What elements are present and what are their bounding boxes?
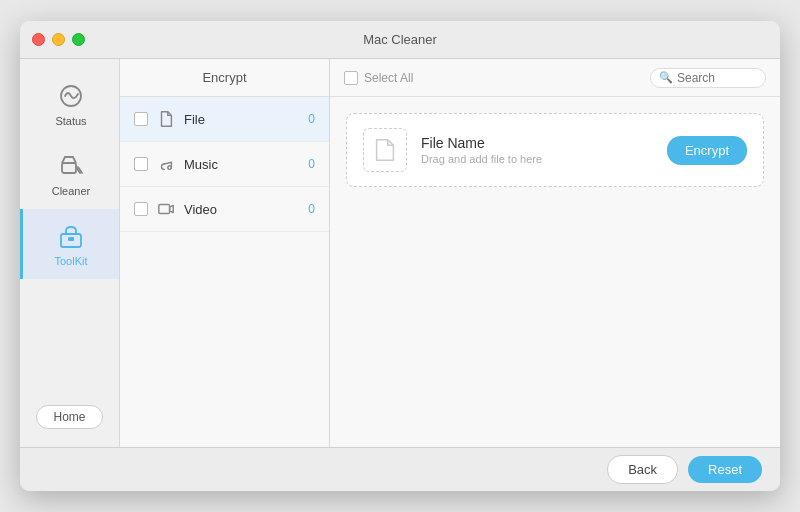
file-item-count: 0	[308, 112, 315, 126]
panel-item-file[interactable]: File 0	[120, 97, 329, 142]
window-title: Mac Cleaner	[363, 32, 437, 47]
sidebar-item-status[interactable]: Status	[20, 69, 119, 139]
sidebar: Status Cleaner	[20, 59, 120, 447]
svg-point-4	[168, 166, 172, 170]
video-item-count: 0	[308, 202, 315, 216]
svg-rect-5	[159, 205, 170, 214]
middle-panel: Encrypt File 0	[120, 59, 330, 447]
minimize-button[interactable]	[52, 33, 65, 46]
sidebar-item-toolkit-label: ToolKit	[54, 255, 87, 267]
panel-item-music[interactable]: Music 0	[120, 142, 329, 187]
main-body: Status Cleaner	[20, 59, 780, 447]
file-drop-text: File Name Drag and add file to here	[421, 135, 653, 165]
reset-button[interactable]: Reset	[688, 456, 762, 483]
footer: Back Reset	[20, 447, 780, 491]
close-button[interactable]	[32, 33, 45, 46]
sidebar-items: Status Cleaner	[20, 69, 119, 279]
video-checkbox[interactable]	[134, 202, 148, 216]
file-drop-icon	[363, 128, 407, 172]
search-icon: 🔍	[659, 71, 673, 84]
encrypt-button[interactable]: Encrypt	[667, 136, 747, 165]
svg-rect-3	[68, 237, 74, 241]
file-drop-hint: Drag and add file to here	[421, 153, 653, 165]
select-all-checkbox[interactable]	[344, 71, 358, 85]
right-panel: Select All 🔍 File Name	[330, 59, 780, 447]
music-icon	[156, 154, 176, 174]
app-window: Mac Cleaner Status	[20, 21, 780, 491]
music-checkbox[interactable]	[134, 157, 148, 171]
maximize-button[interactable]	[72, 33, 85, 46]
sidebar-item-toolkit[interactable]: ToolKit	[20, 209, 119, 279]
video-item-name: Video	[184, 202, 300, 217]
panel-list: File 0 Music 0	[120, 97, 329, 447]
sidebar-item-status-label: Status	[55, 115, 86, 127]
home-button[interactable]: Home	[36, 405, 102, 429]
sidebar-item-cleaner[interactable]: Cleaner	[20, 139, 119, 209]
file-checkbox[interactable]	[134, 112, 148, 126]
music-item-name: Music	[184, 157, 300, 172]
video-icon	[156, 199, 176, 219]
svg-rect-1	[62, 163, 76, 173]
select-all-label: Select All	[364, 71, 413, 85]
search-input[interactable]	[677, 71, 757, 85]
right-header: Select All 🔍	[330, 59, 780, 97]
panel-header-title: Encrypt	[202, 70, 246, 85]
titlebar: Mac Cleaner	[20, 21, 780, 59]
cleaner-icon	[56, 151, 86, 181]
right-content: File Name Drag and add file to here Encr…	[330, 97, 780, 447]
file-drop-area[interactable]: File Name Drag and add file to here Encr…	[346, 113, 764, 187]
toolkit-icon	[56, 221, 86, 251]
music-item-count: 0	[308, 157, 315, 171]
traffic-lights	[32, 33, 85, 46]
status-icon	[56, 81, 86, 111]
select-all-area: Select All	[344, 71, 413, 85]
file-drop-name: File Name	[421, 135, 653, 151]
home-button-area: Home	[20, 405, 119, 437]
back-button[interactable]: Back	[607, 455, 678, 484]
file-item-name: File	[184, 112, 300, 127]
panel-item-video[interactable]: Video 0	[120, 187, 329, 232]
file-icon	[156, 109, 176, 129]
sidebar-item-cleaner-label: Cleaner	[52, 185, 91, 197]
panel-header: Encrypt	[120, 59, 329, 97]
search-box: 🔍	[650, 68, 766, 88]
